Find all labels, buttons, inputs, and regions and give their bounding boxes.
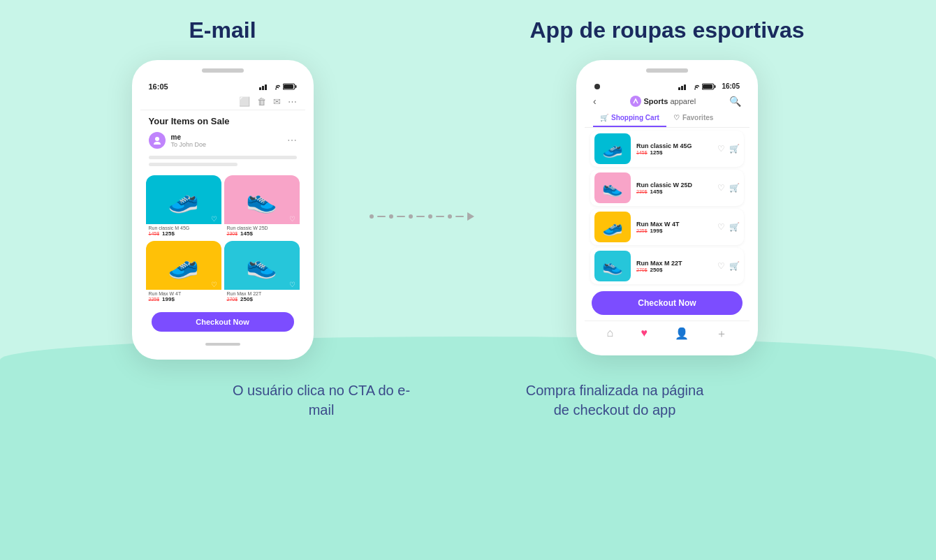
email-subject: Your Items on Sale bbox=[140, 110, 305, 129]
dot-5 bbox=[448, 214, 452, 219]
cart-name-2: Run classic W 25D bbox=[636, 182, 712, 189]
dash-4 bbox=[436, 216, 444, 217]
cart-items-list: 👟 Run classic M 45G 145$ 125$ ♡ bbox=[585, 128, 749, 287]
email-toolbar: ⬜ 🗑 ✉ ⋯ bbox=[140, 94, 305, 110]
sender-to: To John Doe bbox=[171, 141, 281, 148]
tab-cart[interactable]: 🛒 Shopping Cart bbox=[593, 110, 666, 127]
app-column: App de roupas esportivas bbox=[530, 17, 805, 355]
heart-nav-icon[interactable]: ♥ bbox=[641, 327, 648, 341]
shoe-img-1: 👟 bbox=[168, 185, 199, 214]
svg-rect-8 bbox=[678, 87, 680, 90]
app-time: 16:05 bbox=[722, 82, 740, 90]
cart-info-2: Run classic W 25D 230$ 145$ bbox=[636, 182, 712, 195]
more-icon[interactable]: ⋯ bbox=[288, 96, 297, 107]
product-name-2: Run classic W 25D bbox=[227, 226, 297, 230]
email-checkout-button[interactable]: Checkout Now bbox=[152, 312, 294, 332]
sender-more-icon[interactable]: ⋯ bbox=[287, 135, 297, 146]
arrow-connector bbox=[370, 212, 474, 221]
svg-point-3 bbox=[275, 89, 277, 90]
svg-rect-2 bbox=[265, 84, 267, 90]
cart-wishlist-icon-3[interactable]: ♡ bbox=[717, 222, 725, 232]
price-row-2: 230$ 145$ bbox=[227, 230, 297, 237]
product-info-4: Run Max M 22T 270$ 250$ bbox=[224, 290, 300, 304]
tab-cart-label: Shopping Cart bbox=[611, 114, 659, 121]
search-icon[interactable]: 🔍 bbox=[729, 96, 741, 107]
main-content: E-mail 16:05 bbox=[0, 0, 936, 420]
signal-icon bbox=[259, 83, 269, 90]
cart-add-icon-3[interactable]: 🛒 bbox=[729, 222, 740, 232]
app-status-icons: 16:05 bbox=[678, 82, 740, 90]
time: 16:05 bbox=[149, 82, 168, 91]
dot-3 bbox=[409, 214, 413, 219]
cart-icon: 🛒 bbox=[600, 114, 608, 121]
wishlist-icon-4[interactable]: ♡ bbox=[289, 281, 295, 288]
app-battery-icon bbox=[702, 83, 716, 90]
cart-img-4: 👟 bbox=[594, 251, 631, 281]
trash-icon[interactable]: 🗑 bbox=[257, 96, 266, 107]
svg-rect-0 bbox=[259, 87, 261, 90]
app-brand: Sports apparel bbox=[630, 96, 696, 107]
cart-old-3: 225$ bbox=[636, 228, 648, 233]
archive-icon[interactable]: ⬜ bbox=[239, 96, 250, 107]
product-info-2: Run classic W 25D 230$ 145$ bbox=[224, 224, 300, 238]
email-phone: 16:05 bbox=[132, 60, 314, 360]
status-icons bbox=[259, 83, 297, 90]
product-card-4: 👟 ♡ Run Max M 22T 270$ 250$ bbox=[224, 241, 300, 304]
email-caption: O usuário clica no CTA do e-mail bbox=[231, 381, 412, 420]
cart-item-1: 👟 Run classic M 45G 145$ 125$ ♡ bbox=[590, 131, 744, 167]
cart-info-1: Run classic M 45G 145$ 125$ bbox=[636, 142, 712, 156]
price-row-1: 145$ 125$ bbox=[149, 230, 219, 237]
cart-add-icon-2[interactable]: 🛒 bbox=[729, 183, 740, 193]
app-screen: 16:05 ‹ Sports bbox=[585, 78, 749, 347]
tab-favorites[interactable]: ♡ Favorites bbox=[666, 110, 720, 127]
wishlist-icon-2[interactable]: ♡ bbox=[289, 215, 295, 223]
shoe-img-3: 👟 bbox=[168, 251, 199, 280]
price-row-3: 225$ 199$ bbox=[149, 296, 219, 302]
cart-add-icon-4[interactable]: 🛒 bbox=[729, 261, 740, 271]
cart-old-4: 270$ bbox=[636, 267, 648, 272]
dashed-arrow bbox=[370, 212, 474, 221]
phone-notch bbox=[202, 68, 244, 73]
two-columns: E-mail 16:05 bbox=[0, 17, 936, 360]
cart-item-2: 👟 Run classic W 25D 230$ 145$ ♡ bbox=[590, 170, 744, 206]
camera-dot bbox=[594, 84, 600, 89]
cart-actions-4: ♡ 🛒 bbox=[717, 261, 740, 271]
cart-img-1: 👟 bbox=[594, 133, 631, 164]
cart-wishlist-icon-4[interactable]: ♡ bbox=[717, 261, 725, 271]
email-product-grid: 👟 ♡ Run classic M 45G 145$ 125$ bbox=[140, 175, 305, 309]
cart-new-3: 199$ bbox=[650, 228, 663, 234]
cart-wishlist-icon-1[interactable]: ♡ bbox=[717, 144, 725, 154]
cart-info-3: Run Max W 4T 225$ 199$ bbox=[636, 221, 712, 234]
cart-add-icon-1[interactable]: 🛒 bbox=[729, 144, 740, 154]
cart-wishlist-icon-2[interactable]: ♡ bbox=[717, 183, 725, 193]
dash-5 bbox=[455, 216, 464, 217]
wishlist-icon-1[interactable]: ♡ bbox=[211, 215, 217, 223]
price-new-1: 125$ bbox=[162, 230, 175, 237]
mail-icon[interactable]: ✉ bbox=[273, 96, 281, 107]
cart-item-3: 👟 Run Max W 4T 225$ 199$ ♡ bbox=[590, 209, 744, 245]
dash-2 bbox=[397, 216, 405, 217]
shoe-img-2: 👟 bbox=[246, 185, 277, 214]
cart-old-2: 230$ bbox=[636, 189, 648, 194]
back-icon[interactable]: ‹ bbox=[593, 96, 597, 107]
shoe-img-4: 👟 bbox=[246, 251, 277, 280]
cart-img-3: 👟 bbox=[594, 212, 631, 242]
price-old-2: 230$ bbox=[227, 231, 238, 236]
cart-shoe-3: 👟 bbox=[602, 217, 623, 237]
email-sender-row: me To John Doe ⋯ bbox=[140, 129, 305, 153]
captions-row: O usuário clica no CTA do e-mail Compra … bbox=[175, 381, 761, 420]
dot-4 bbox=[428, 214, 432, 219]
app-phone: 16:05 ‹ Sports bbox=[576, 60, 758, 355]
sender-avatar bbox=[149, 132, 166, 149]
cart-name-3: Run Max W 4T bbox=[636, 221, 712, 228]
app-tabs: 🛒 Shopping Cart ♡ Favorites bbox=[585, 110, 749, 128]
app-bottom-nav: ⌂ ♥ 👤 ＋ bbox=[585, 320, 749, 347]
profile-nav-icon[interactable]: 👤 bbox=[675, 327, 689, 341]
wishlist-icon-3[interactable]: ♡ bbox=[211, 281, 217, 288]
email-body-lines bbox=[140, 153, 305, 175]
home-nav-icon[interactable]: ⌂ bbox=[607, 327, 614, 341]
plus-nav-icon[interactable]: ＋ bbox=[716, 327, 727, 341]
svg-rect-6 bbox=[284, 84, 293, 89]
app-checkout-button[interactable]: Checkout Now bbox=[592, 291, 743, 315]
app-nav-bar: ‹ Sports apparel 🔍 bbox=[585, 93, 749, 110]
